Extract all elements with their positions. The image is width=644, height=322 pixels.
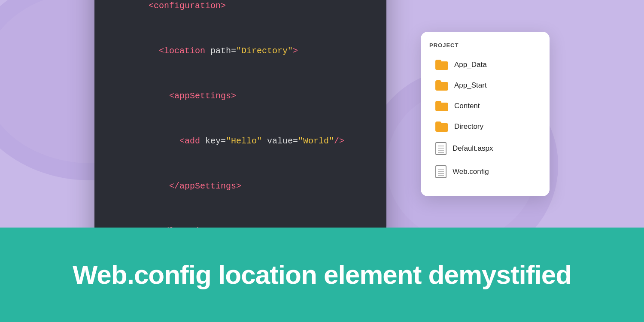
code-token: </location> bbox=[149, 226, 216, 228]
folder-icon bbox=[435, 80, 448, 91]
code-line: <location path="Directory"> bbox=[107, 28, 374, 73]
item-name: Web.config bbox=[453, 167, 489, 176]
folder-icon bbox=[435, 101, 448, 111]
project-label: PROJECT bbox=[429, 42, 541, 49]
folder-icon bbox=[435, 122, 448, 132]
code-line: <appSettings> bbox=[107, 73, 374, 118]
bottom-section: Web.config location element demystified bbox=[0, 228, 644, 322]
code-token: /> bbox=[334, 136, 344, 146]
file-icon bbox=[435, 165, 447, 178]
code-token: <appSettings> bbox=[149, 91, 236, 101]
code-token: "Hello" bbox=[226, 136, 262, 146]
item-name: Directory bbox=[454, 122, 483, 131]
folder-icon bbox=[435, 60, 448, 70]
list-item[interactable]: App_Data bbox=[429, 55, 541, 74]
code-token: path= bbox=[210, 46, 236, 56]
code-token: value= bbox=[262, 136, 298, 146]
code-body: <?xml version="1.0" encoding="utf-8" ?> … bbox=[94, 0, 386, 228]
code-token: key= bbox=[205, 136, 226, 146]
code-line: </location> bbox=[107, 209, 374, 228]
code-token: <configuration> bbox=[149, 1, 226, 11]
top-section: web.config <?xml version="1.0" encoding=… bbox=[0, 0, 644, 228]
code-token: <location bbox=[149, 46, 210, 56]
code-token: "Directory" bbox=[236, 46, 293, 56]
code-token: </appSettings> bbox=[149, 181, 241, 191]
list-item[interactable]: Directory bbox=[429, 117, 541, 136]
code-line: </appSettings> bbox=[107, 164, 374, 209]
item-name: App_Start bbox=[454, 81, 487, 90]
item-name: Content bbox=[454, 102, 480, 110]
list-item[interactable]: Default.aspx bbox=[429, 138, 541, 159]
file-icon bbox=[435, 142, 447, 155]
item-name: Default.aspx bbox=[453, 144, 493, 153]
code-line: <configuration> bbox=[107, 0, 374, 28]
code-token: > bbox=[293, 46, 298, 56]
code-line: <add key="Hello" value="World"/> bbox=[107, 118, 374, 164]
code-token: <add bbox=[149, 136, 205, 146]
code-token: "World" bbox=[298, 136, 334, 146]
list-item[interactable]: Content bbox=[429, 97, 541, 115]
code-window: web.config <?xml version="1.0" encoding=… bbox=[94, 0, 386, 228]
main-title: Web.config location element demystified bbox=[73, 260, 571, 289]
item-name: App_Data bbox=[454, 61, 487, 69]
list-item[interactable]: Web.config bbox=[429, 161, 541, 182]
list-item[interactable]: App_Start bbox=[429, 76, 541, 95]
project-panel: PROJECT App_Data App_Start Content Direc… bbox=[421, 32, 550, 196]
